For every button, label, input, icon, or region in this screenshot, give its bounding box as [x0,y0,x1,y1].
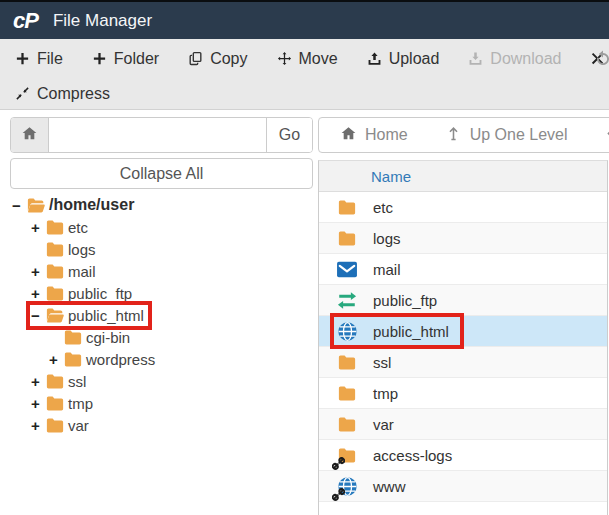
tree-item-public-html[interactable]: − public_html [0,304,312,326]
file-name: public_ftp [373,292,437,309]
toolbar-button-copy[interactable]: Copy [188,50,247,68]
toolbar-button-restore[interactable] [594,50,609,68]
folder-icon [45,241,66,258]
file-row-ssl[interactable]: ssl [319,347,607,378]
folder-icon [45,263,66,280]
tree-item-label: tmp [68,395,93,412]
upload-icon [367,51,382,66]
tree-item-etc[interactable]: + etc [0,216,312,238]
file-name: etc [373,199,393,216]
globe-link-icon [335,475,359,497]
file-row-tmp[interactable]: tmp [319,378,607,409]
go-button[interactable]: Go [266,118,312,152]
file-row-logs[interactable]: logs [319,223,607,254]
folder-icon [335,413,359,435]
tree-toggle-icon[interactable]: − [31,307,45,324]
tree-toggle-icon[interactable]: − [12,197,26,214]
tree-item-label: var [68,417,89,434]
path-search-group: Go [10,117,313,153]
folder-open-icon [26,197,47,214]
nav-button-up-one-level[interactable]: Up One Level [445,125,568,146]
nav-button-home[interactable]: Home [340,125,408,146]
app-header: cP File Manager [0,0,609,39]
cpanel-logo: cP [13,8,38,34]
folder-icon [63,329,84,346]
tree-toggle-icon[interactable]: + [31,219,45,236]
folder-icon [63,351,84,368]
name-column-header[interactable]: Name [319,161,607,192]
tree-item-label: mail [68,263,96,280]
file-name: ssl [373,354,391,371]
file-row-mail[interactable]: mail [319,254,607,285]
tree-item-public-ftp[interactable]: + public_ftp [0,282,312,304]
nav-button-label: Up One Level [470,126,568,144]
tree-toggle-icon[interactable]: + [31,263,45,280]
folder-icon [45,417,66,434]
secondary-toolbar: Compress [0,78,609,110]
toolbar-button-label: Download [490,50,561,68]
home-addon-button[interactable] [11,118,49,152]
toolbar-button-move[interactable]: Move [277,50,338,68]
mail-icon [335,258,359,280]
toolbar-button-upload[interactable]: Upload [367,50,440,68]
home-icon [340,125,357,146]
compress-icon [15,86,30,101]
tree-item-label: ssl [68,373,86,390]
toolbar-button-file[interactable]: File [15,50,63,68]
collapse-all-button[interactable]: Collapse All [10,158,313,189]
tree-toggle-icon[interactable]: + [31,285,45,302]
toolbar-button-label: Copy [210,50,247,68]
restore-icon [594,50,609,68]
tree-item-label: wordpress [86,351,155,368]
path-input[interactable] [49,118,266,152]
tree-item-label: /home/user [49,196,134,214]
tree-item-wordpress[interactable]: + wordpress [0,348,312,370]
tree-item-var[interactable]: + var [0,414,312,436]
tree-toggle-icon[interactable]: + [49,351,63,368]
up-arrow-icon [445,125,462,146]
tree-item-mail[interactable]: + mail [0,260,312,282]
folder-open-icon [45,307,66,324]
folder-icon [45,373,66,390]
folder-tree: − /home/user + etc logs + mail + public_… [0,194,312,436]
file-row-etc[interactable]: etc [319,192,607,223]
toolbar-button-label: File [37,50,63,68]
folder-icon [335,196,359,218]
toolbar-button-label: Folder [114,50,159,68]
tree-toggle-icon[interactable]: + [31,373,45,390]
file-row-public-ftp[interactable]: public_ftp [319,285,607,316]
file-name: www [373,478,406,495]
toolbar-button-compress[interactable]: Compress [15,85,110,103]
annotation-highlight-box: public_html [335,318,459,344]
toolbar-button-label: Compress [37,85,110,103]
tree-toggle-icon[interactable]: + [31,417,45,434]
file-rows: etc logs mail public_ftp public_html ssl… [319,192,607,502]
annotation-highlight-box: − public_html [31,306,147,325]
file-name: tmp [373,385,398,402]
folder-icon [335,382,359,404]
plus-icon [15,51,30,66]
toolbar-button-folder[interactable]: Folder [92,50,159,68]
file-row-public-html[interactable]: public_html [319,316,607,347]
plus-icon [92,51,107,66]
tree-item-tmp[interactable]: + tmp [0,392,312,414]
tree-item-ssl[interactable]: + ssl [0,370,312,392]
file-name: public_html [373,323,449,340]
tree-item-home-user[interactable]: − /home/user [0,194,312,216]
folder-icon [45,219,66,236]
toolbar-button-download: Download [468,50,561,68]
file-row-access-logs[interactable]: access-logs [319,440,607,471]
globe-icon [335,320,359,342]
nav-button-back[interactable]: Back [605,125,609,146]
tree-item-cgi-bin[interactable]: cgi-bin [0,326,312,348]
file-row-var[interactable]: var [319,409,607,440]
move-icon [277,51,292,66]
tree-item-logs[interactable]: logs [0,238,312,260]
tree-toggle-icon[interactable]: + [31,395,45,412]
download-icon [468,51,483,66]
toolbar-button-label: Upload [389,50,440,68]
folder-icon [335,351,359,373]
list-nav-toolbar: HomeUp One LevelBack [318,117,609,153]
file-row-www[interactable]: www [319,471,607,502]
content-area: Go Collapse All − /home/user + etc logs … [0,110,609,515]
